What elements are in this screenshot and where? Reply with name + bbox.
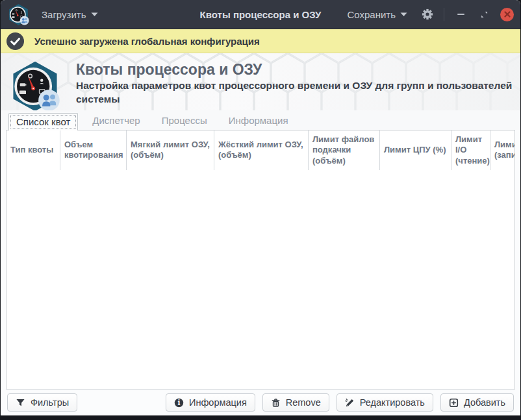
trash-icon [271,398,281,408]
column-header-io-read-limit[interactable]: Лимит I/O (чтение) [451,130,490,170]
information-label: Информация [189,397,247,408]
remove-button[interactable]: Remove [262,393,329,412]
information-button[interactable]: i Информация [166,393,255,412]
filters-button[interactable]: Фильтры [7,393,77,412]
column-header-quota-volume[interactable]: Объем квотирования [60,130,127,170]
svg-text:i: i [177,399,180,406]
restore-button[interactable] [477,7,491,21]
tab-information[interactable]: Информация [222,112,296,130]
filters-label: Фильтры [31,397,69,408]
load-menu-label: Загрузить [42,9,86,20]
edit-pencil-icon [345,398,355,408]
tab-quota-list[interactable]: Список квот [8,113,78,130]
headerbar-separator [444,8,444,21]
info-icon: i [174,398,184,408]
check-circle-icon [6,32,24,50]
filter-icon [16,398,25,408]
column-header-io-write-limit[interactable]: Лимит I/O (запись) [490,130,515,170]
edit-label: Редактировать [360,397,425,408]
quota-table: Тип квоты Объем квотирования Мягкий лими… [6,130,515,389]
caret-down-icon [400,12,407,17]
save-menu-label: Сохранить [347,9,396,20]
column-header-quota-type[interactable]: Тип квоты [6,130,60,170]
add-label: Добавить [464,397,505,408]
load-menu-button[interactable]: Загрузить [38,6,102,23]
hero-header: Квоты процессора и ОЗУ Настройка парамет… [1,53,520,110]
table-header-row: Тип квоты Объем квотирования Мягкий лими… [6,130,515,170]
column-header-cpu-limit[interactable]: Лимит ЦПУ (%) [380,130,451,170]
status-banner: Успешно загружена глобальная конфигураци… [1,29,520,53]
minimize-icon [457,14,464,15]
settings-button[interactable] [420,7,435,21]
caret-down-icon [91,12,98,17]
close-button[interactable] [500,8,514,21]
edit-button[interactable]: Редактировать [337,393,433,412]
column-header-soft-ram-limit[interactable]: Мягкий лимит ОЗУ, (объём) [127,130,214,170]
restore-icon [481,11,488,18]
table-body[interactable] [6,170,515,389]
status-banner-message: Успешно загружена глобальная конфигураци… [34,36,260,47]
minimize-button[interactable] [453,7,468,21]
save-menu-button[interactable]: Сохранить [343,6,411,23]
plus-square-icon [449,398,459,408]
tab-bar: Список квот Диспетчер Процессы Информаци… [1,110,520,130]
add-button[interactable]: Добавить [440,393,514,412]
gear-icon [422,8,433,20]
page-subtitle: Настройка параметров квот процессорного … [76,79,513,106]
headerbar: Загрузить Квоты процессора и ОЗУ Сохрани… [1,0,520,29]
app-icon [7,3,30,26]
column-header-hard-ram-limit[interactable]: Жёсткий лимит ОЗУ, (объём) [214,130,309,170]
close-x-icon [504,11,511,18]
action-bar: Фильтры i Информация [1,389,520,415]
tab-dispatcher[interactable]: Диспетчер [85,112,147,130]
tab-processes[interactable]: Процессы [155,112,214,130]
remove-label: Remove [286,397,321,408]
app-window: Загрузить Квоты процессора и ОЗУ Сохрани… [0,0,521,420]
column-header-swap-limit[interactable]: Лимит файлов подкачки (объём) [309,130,380,170]
app-hero-icon [8,60,62,110]
page-title: Квоты процессора и ОЗУ [76,61,513,78]
